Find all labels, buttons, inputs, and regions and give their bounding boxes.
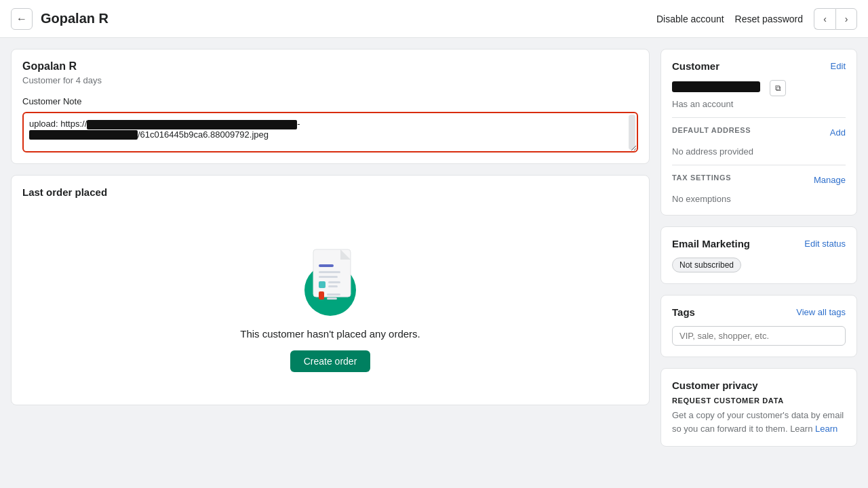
customer-privacy-title: Customer privacy <box>672 380 846 391</box>
prev-arrow-icon: ‹ <box>823 14 827 24</box>
next-arrow-icon: › <box>845 14 848 24</box>
note-redacted-url <box>87 120 297 129</box>
not-subscribed-badge: Not subscribed <box>672 258 741 272</box>
last-order-title: Last order placed <box>22 186 638 198</box>
svg-rect-10 <box>327 293 340 296</box>
default-address-header: DEFAULT ADDRESS Add <box>672 126 846 138</box>
tax-settings-header: TAX SETTINGS Manage <box>672 174 846 186</box>
customer-email-redacted <box>672 81 760 92</box>
no-exemptions-text: No exemptions <box>672 194 846 204</box>
copy-icon: ⧉ <box>775 83 781 93</box>
tags-card: Tags View all tags <box>660 295 857 357</box>
customer-name: Gopalan R <box>22 60 638 73</box>
nav-arrows: ‹ › <box>814 8 857 30</box>
privacy-description: Get a copy of your customer's data by em… <box>672 409 846 435</box>
edit-status-button[interactable]: Edit status <box>804 239 846 249</box>
email-marketing-header: Email Marketing Edit status <box>672 238 846 249</box>
main-layout: Gopalan R Customer for 4 days Customer N… <box>0 38 868 458</box>
back-button[interactable]: ← <box>11 8 33 30</box>
last-order-card: Last order placed <box>11 175 650 405</box>
empty-orders-section: This customer hasn't placed any orders. … <box>22 209 638 394</box>
svg-rect-4 <box>319 271 340 273</box>
default-address-label: DEFAULT ADDRESS <box>672 126 751 134</box>
left-column: Gopalan R Customer for 4 days Customer N… <box>11 49 650 447</box>
add-address-button[interactable]: Add <box>830 127 846 138</box>
empty-orders-text: This customer hasn't placed any orders. <box>240 328 420 340</box>
note-content: upload: https://- /61c016445b9ca6.880097… <box>29 119 631 140</box>
reset-password-button[interactable]: Reset password <box>735 14 803 24</box>
top-bar: ← Gopalan R Disable account Reset passwo… <box>0 0 868 38</box>
prev-customer-button[interactable]: ‹ <box>814 8 835 30</box>
right-column: Customer Edit ⧉ Has an account DEFAULT A… <box>660 49 857 447</box>
divider-1 <box>672 117 846 118</box>
note-redacted-path <box>29 130 138 140</box>
customer-edit-button[interactable]: Edit <box>831 61 846 71</box>
svg-rect-3 <box>319 264 334 267</box>
customer-right-card: Customer Edit ⧉ Has an account DEFAULT A… <box>660 49 857 216</box>
customer-note-textarea[interactable]: upload: https://- /61c016445b9ca6.880097… <box>22 112 638 152</box>
svg-rect-6 <box>319 281 326 288</box>
svg-rect-8 <box>328 285 338 287</box>
empty-illustration <box>290 236 371 317</box>
svg-rect-7 <box>328 281 340 283</box>
customer-email-row: ⧉ <box>672 80 846 96</box>
next-customer-button[interactable]: › <box>835 8 857 30</box>
customer-info-card: Gopalan R Customer for 4 days Customer N… <box>11 49 650 164</box>
svg-rect-5 <box>319 276 338 278</box>
tags-header: Tags View all tags <box>672 306 846 318</box>
has-account-text: Has an account <box>672 99 846 109</box>
create-order-button[interactable]: Create order <box>290 350 371 372</box>
svg-rect-11 <box>327 298 337 300</box>
manage-tax-button[interactable]: Manage <box>814 175 846 185</box>
note-prefix: upload: https:// <box>29 119 87 129</box>
page-title: Gopalan R <box>41 11 648 26</box>
top-actions: Disable account Reset password ‹ › <box>656 8 857 30</box>
request-data-label: REQUEST CUSTOMER DATA <box>672 396 846 405</box>
tags-title: Tags <box>672 306 695 318</box>
back-icon: ← <box>16 13 27 25</box>
customer-section-title: Customer <box>672 60 719 72</box>
no-address-text: No address provided <box>672 146 846 157</box>
tax-settings-label: TAX SETTINGS <box>672 174 731 182</box>
view-all-tags-button[interactable]: View all tags <box>796 307 846 317</box>
divider-2 <box>672 165 846 165</box>
email-marketing-card: Email Marketing Edit status Not subscrib… <box>660 226 857 284</box>
email-marketing-title: Email Marketing <box>672 238 750 249</box>
tags-input[interactable] <box>672 326 846 346</box>
learn-more-link[interactable]: Learn <box>815 424 837 434</box>
note-suffix: /61c016445b9ca6.88009792.jpeg <box>138 129 269 140</box>
scrollbar[interactable] <box>629 115 635 150</box>
disable-account-button[interactable]: Disable account <box>656 14 724 24</box>
customer-since: Customer for 4 days <box>22 75 638 85</box>
svg-rect-9 <box>319 291 324 300</box>
copy-email-button[interactable]: ⧉ <box>770 80 786 96</box>
customer-right-header: Customer Edit <box>672 60 846 72</box>
customer-privacy-card: Customer privacy REQUEST CUSTOMER DATA G… <box>660 368 857 447</box>
customer-note-label: Customer Note <box>22 96 638 106</box>
